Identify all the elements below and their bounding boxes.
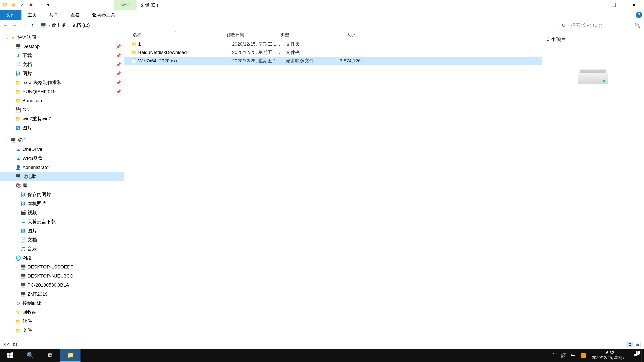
qat-new-folder-icon[interactable]: ▣ <box>10 2 17 8</box>
search-input[interactable] <box>571 23 634 28</box>
chevron-right-icon[interactable]: › <box>91 23 94 28</box>
file-date: 2020/12/25, 星期五 1... <box>232 58 286 64</box>
caret-icon[interactable]: ⌄ <box>5 138 10 142</box>
file-row[interactable]: 📁BaiduNetdiskDownload2020/12/25, 星期五 1..… <box>124 48 542 57</box>
nav-recent-dropdown[interactable]: ⌵ <box>20 21 28 29</box>
tree-item[interactable]: 🖥️Desktop📌 <box>0 42 124 51</box>
column-header-name[interactable]: 名称 <box>131 32 225 38</box>
tree-item[interactable]: 👤Administrator <box>0 163 124 172</box>
tab-file[interactable]: 文件 <box>0 10 22 19</box>
tree-item[interactable]: ☁OneDrive <box>0 145 124 154</box>
tree-item[interactable]: 📁win7重装win7 <box>0 114 124 123</box>
tree-item[interactable]: 🗑回收站 <box>0 308 124 317</box>
tray-overflow-icon[interactable]: ˄ <box>548 349 558 362</box>
tree-item[interactable]: 🖼保存的图片 <box>0 190 124 199</box>
tree-desktop[interactable]: ⌄ 🖥️ 桌面 <box>0 136 124 145</box>
breadcrumb[interactable]: 🖥️ › 此电脑 › 文档 (E:) › <box>38 21 548 29</box>
nav-back-button[interactable]: ← <box>1 21 10 29</box>
tree-item[interactable]: ☁WPS网盘 <box>0 154 124 163</box>
tab-home[interactable]: 主页 <box>22 10 43 19</box>
tab-share[interactable]: 共享 <box>43 10 64 19</box>
tree-item-icon: ☁ <box>20 219 26 225</box>
qat-delete-icon[interactable]: ✖ <box>28 2 34 8</box>
tree-item-icon: 📁 <box>15 328 21 333</box>
show-desktop-button[interactable] <box>641 349 644 362</box>
tree-item-label: 下载 <box>22 52 115 59</box>
task-view-button[interactable]: ⧉ <box>40 349 60 362</box>
tray-ime-icon[interactable]: 中 <box>568 349 578 362</box>
tree-item[interactable]: 📄文档📌 <box>0 60 124 69</box>
search-icon[interactable]: 🔍 <box>634 22 640 28</box>
tree-item[interactable]: 🖥️ZMT2019 <box>0 290 124 299</box>
tree-item[interactable]: ⬇下载📌 <box>0 51 124 60</box>
tree-item[interactable]: 🖼图片 <box>0 123 124 132</box>
breadcrumb-seg-drive[interactable]: 文档 (E:) <box>70 22 91 28</box>
tree-item[interactable]: 🌐网络 <box>0 253 124 263</box>
taskbar-clock[interactable]: 16:32 2020/12/25, 星期五 <box>588 351 630 360</box>
column-header-date[interactable]: 修改日期 <box>225 32 278 38</box>
tree-item[interactable]: 🖥️此电脑 <box>0 172 124 181</box>
tree-item[interactable]: 🖥️DESKTOP-LSSOEDP <box>0 263 124 272</box>
file-icon: 📁 <box>131 41 137 47</box>
taskbar-search-button[interactable]: 🔍 <box>20 349 40 362</box>
tree-item[interactable]: 🎵音乐 <box>0 244 124 253</box>
breadcrumb-seg-this-pc[interactable]: 此电脑 <box>50 22 67 28</box>
tree-quick-access[interactable]: ⌄ ★ 快速访问 <box>0 33 124 42</box>
tree-item[interactable]: 🖼图片📌 <box>0 69 124 78</box>
tab-view[interactable]: 查看 <box>64 10 86 19</box>
qat-dropdown-icon[interactable]: ▾ <box>45 2 52 8</box>
qat-properties-icon[interactable]: ⬚ <box>36 2 43 8</box>
maximize-button[interactable]: ☐ <box>604 0 624 10</box>
column-header-type[interactable]: 类型 <box>278 32 324 38</box>
pin-icon: 📌 <box>115 71 122 76</box>
breadcrumb-root-icon[interactable]: 🖥️ <box>39 22 48 28</box>
tree-item[interactable]: 🎬视频 <box>0 208 124 217</box>
contextual-tab-manage[interactable]: 管理 <box>114 0 136 10</box>
column-header-size[interactable]: 大小 <box>324 32 357 38</box>
help-button[interactable]: ? <box>634 10 644 19</box>
tree-item[interactable]: 📁YUNQISHI2019📌 <box>0 87 124 96</box>
minimize-button[interactable]: ─ <box>584 0 604 10</box>
ribbon-expand-icon[interactable]: ⌵ <box>624 10 634 19</box>
tree-item[interactable]: 🖥️DESKTOP-NJEU3CG <box>0 272 124 281</box>
qat-check-icon[interactable]: ✔ <box>19 2 26 8</box>
tree-item[interactable]: 📁软件 <box>0 317 124 326</box>
nav-forward-button[interactable]: → <box>10 21 19 29</box>
tray-volume-icon[interactable]: 🔊 <box>558 349 568 362</box>
tree-item[interactable]: 💾G:\ <box>0 105 124 114</box>
tree-item-label: 天翼云盘下载 <box>28 219 122 225</box>
tree-item[interactable]: 🖼图片 <box>0 226 124 235</box>
tree-item[interactable]: 📚库 <box>0 181 124 190</box>
caret-icon[interactable]: ⌄ <box>5 35 10 39</box>
breadcrumb-dropdown[interactable]: ⌵ <box>549 23 559 28</box>
view-details-button[interactable]: ≣ <box>626 342 633 348</box>
tree-item-label: 视频 <box>28 210 122 216</box>
tree-item[interactable]: ☁天翼云盘下载 <box>0 217 124 226</box>
tray-network-icon[interactable]: 📶 <box>578 349 588 362</box>
start-button[interactable] <box>0 349 20 362</box>
tree-item[interactable]: 📁文件 <box>0 326 124 335</box>
tab-drive-tools[interactable]: 驱动器工具 <box>86 10 122 19</box>
action-center-button[interactable]: 💬 3 <box>630 354 641 357</box>
tree-item-icon: 📁 <box>15 319 21 324</box>
file-row[interactable]: 📁12020/12/15, 星期二 1...文件夹 <box>124 40 542 48</box>
tree-item[interactable]: 🖼本机照片 <box>0 199 124 208</box>
tree-item[interactable]: 🖥️PC-20190530OBLA <box>0 281 124 290</box>
chevron-right-icon[interactable]: › <box>48 23 50 28</box>
tree-item-icon: 🖥️ <box>20 282 26 288</box>
view-icons-button[interactable]: ▦ <box>634 342 641 348</box>
tree-item[interactable]: 📄文档 <box>0 235 124 244</box>
navigation-tree[interactable]: ⌄ ★ 快速访问 🖥️Desktop📌⬇下载📌📄文档📌🖼图片📌📁excel表格制… <box>0 31 124 340</box>
tree-item[interactable]: 📁Bandicam <box>0 96 124 105</box>
taskbar-explorer-button[interactable]: 📁 <box>60 349 80 362</box>
refresh-button[interactable]: ⟳ <box>560 21 568 29</box>
file-row[interactable]: 📄Win7x64_2020.iso2020/12/25, 星期五 1...光盘映… <box>124 57 542 65</box>
close-button[interactable]: ✕ <box>624 0 644 10</box>
search-box[interactable]: 🔍 <box>569 21 643 29</box>
pin-icon: 📌 <box>115 62 122 67</box>
nav-up-button[interactable]: ↑ <box>28 21 37 29</box>
tree-item[interactable]: ⚙控制面板 <box>0 299 124 308</box>
chevron-right-icon[interactable]: › <box>67 23 70 28</box>
tree-item[interactable]: 📁excel表格制作求和📌 <box>0 78 124 87</box>
app-icon[interactable]: 📁 <box>1 2 8 8</box>
